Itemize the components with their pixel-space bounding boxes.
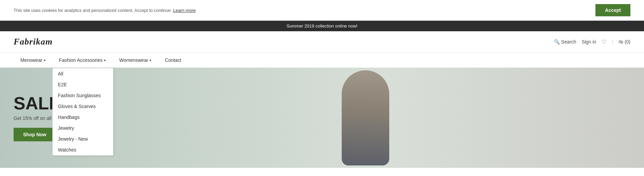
chevron-down-icon: ▾ xyxy=(149,58,151,62)
cookie-banner: This site uses cookies for analytics and… xyxy=(0,0,644,21)
dropdown-item-all[interactable]: All xyxy=(53,68,113,79)
main-nav: Menswear ▾ Fashion Accessories ▾ All E2E… xyxy=(0,52,644,68)
cart-button[interactable]: 🛍 (0) xyxy=(619,39,630,45)
cookie-message: This site uses cookies for analytics and… xyxy=(14,8,172,13)
search-area[interactable]: 🔍 Search xyxy=(554,39,576,45)
dropdown-item-watches[interactable]: Watches xyxy=(53,144,113,155)
dropdown-item-fashion-sunglasses[interactable]: Fashion Sunglasses xyxy=(53,90,113,101)
logo-text: Fabrikam xyxy=(14,37,53,47)
nav-label-womenswear: Womenswear xyxy=(119,57,148,63)
learn-more-link[interactable]: Learn more xyxy=(173,8,196,13)
dropdown-item-gloves-scarves[interactable]: Gloves & Scarves xyxy=(53,101,113,112)
sign-in-button[interactable]: Sign in xyxy=(582,39,596,45)
chevron-down-icon: ▾ xyxy=(104,58,106,62)
search-icon: 🔍 xyxy=(554,39,560,45)
dropdown-item-handbags[interactable]: Handbags xyxy=(53,112,113,123)
promo-text: Summer 2019 collection online now! xyxy=(287,23,358,29)
nav-item-fashion-accessories[interactable]: Fashion Accessories ▾ All E2E Fashion Su… xyxy=(52,53,112,68)
cookie-text: This site uses cookies for analytics and… xyxy=(14,8,196,13)
wishlist-button[interactable]: ♡ xyxy=(602,39,606,45)
nav-label-menswear: Menswear xyxy=(20,57,42,63)
header: Fabrikam 🔍 Search Sign in ♡ | 🛍 (0) xyxy=(0,31,644,52)
chevron-down-icon: ▾ xyxy=(44,58,46,62)
nav-item-menswear[interactable]: Menswear ▾ xyxy=(14,53,52,68)
hero-model-image xyxy=(332,68,399,168)
nav-item-contact[interactable]: Contact xyxy=(158,53,188,68)
header-actions: 🔍 Search Sign in ♡ | 🛍 (0) xyxy=(554,39,630,45)
shop-now-button[interactable]: Shop Now xyxy=(14,128,56,141)
cart-icon: 🛍 xyxy=(619,39,623,45)
dropdown-item-e2e[interactable]: E2E xyxy=(53,79,113,90)
divider: | xyxy=(612,39,613,45)
cart-count: (0) xyxy=(625,39,630,45)
accept-button[interactable]: Accept xyxy=(595,4,630,16)
search-label: Search xyxy=(561,39,576,45)
logo[interactable]: Fabrikam xyxy=(14,37,53,47)
hero-model-shape xyxy=(342,70,389,165)
nav-label-fashion-accessories: Fashion Accessories xyxy=(59,57,103,63)
nav-item-womenswear[interactable]: Womenswear ▾ xyxy=(112,53,158,68)
promo-bar: Summer 2019 collection online now! xyxy=(0,21,644,31)
fashion-accessories-dropdown: All E2E Fashion Sunglasses Gloves & Scar… xyxy=(52,68,113,156)
dropdown-item-jewelry-new[interactable]: Jewelry - New xyxy=(53,134,113,144)
dropdown-item-jewelry[interactable]: Jewelry xyxy=(53,123,113,134)
nav-label-contact: Contact xyxy=(165,57,181,63)
